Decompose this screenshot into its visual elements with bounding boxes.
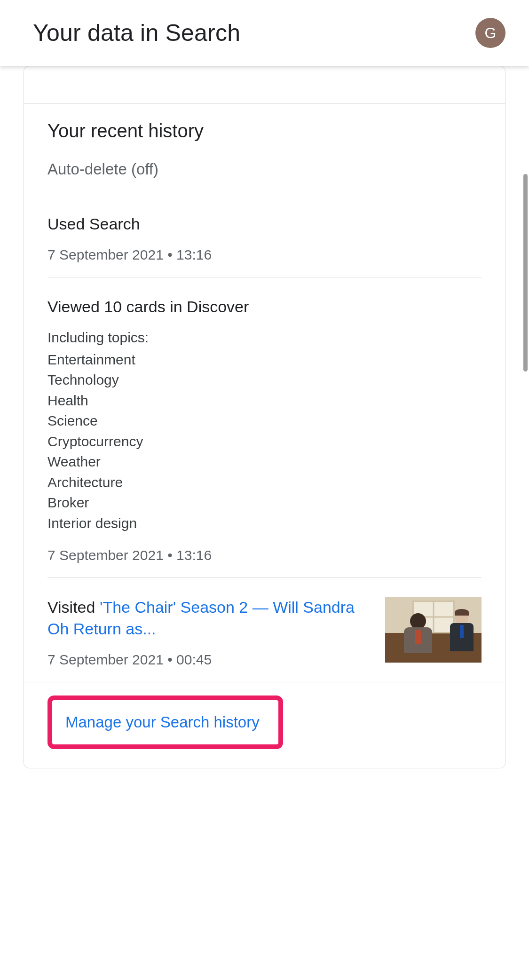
- history-item-thumbnail: [385, 597, 482, 663]
- topic: Technology: [47, 370, 482, 390]
- recent-history-heading: Your recent history: [47, 120, 482, 142]
- history-item-timestamp: 7 September 2021 • 13:16: [47, 547, 482, 563]
- topic: Cryptocurrency: [47, 431, 482, 452]
- history-item[interactable]: Viewed 10 cards in Discover Including to…: [47, 277, 482, 577]
- history-item-title: Used Search: [47, 213, 482, 235]
- auto-delete-status[interactable]: Auto-delete (off): [47, 160, 482, 178]
- topic: Science: [47, 411, 482, 431]
- topics-list: Entertainment Technology Health Science …: [47, 349, 482, 534]
- account-avatar[interactable]: G: [475, 18, 505, 48]
- app-header: Your data in Search G: [0, 0, 529, 66]
- history-item-title: Viewed 10 cards in Discover: [47, 296, 482, 318]
- card-footer: Manage your Search history: [24, 682, 505, 768]
- history-item[interactable]: Used Search 7 September 2021 • 13:16: [24, 202, 505, 277]
- topic: Interior design: [47, 513, 482, 534]
- card-top-divider: [24, 66, 505, 104]
- topic: Architecture: [47, 472, 482, 493]
- topic: Weather: [47, 451, 482, 472]
- history-card: Your recent history Auto-delete (off) Us…: [24, 66, 505, 768]
- visited-prefix: Visited: [47, 598, 100, 616]
- topics-intro: Including topics:: [47, 330, 482, 346]
- manage-search-history-link[interactable]: Manage your Search history: [65, 713, 260, 731]
- history-item-timestamp: 7 September 2021 • 00:45: [47, 652, 371, 668]
- page-title: Your data in Search: [33, 19, 240, 47]
- history-item-title: Visited 'The Chair' Season 2 — Will Sand…: [47, 597, 371, 640]
- history-item-timestamp: 7 September 2021 • 13:16: [47, 247, 482, 263]
- topic: Entertainment: [47, 349, 482, 370]
- history-item[interactable]: Visited 'The Chair' Season 2 — Will Sand…: [47, 577, 482, 682]
- topic: Broker: [47, 492, 482, 513]
- scrollbar-indicator[interactable]: [523, 174, 528, 371]
- annotation-highlight: Manage your Search history: [47, 695, 283, 749]
- topic: Health: [47, 390, 482, 411]
